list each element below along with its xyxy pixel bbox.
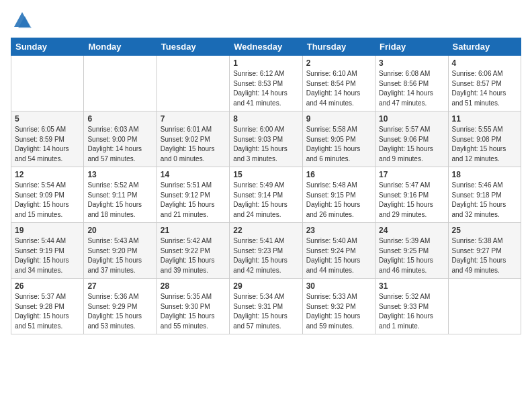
calendar-cell: 30Sunrise: 5:33 AM Sunset: 9:32 PM Dayli… [302, 279, 375, 334]
day-number: 15 [233, 170, 298, 179]
day-number: 25 [452, 226, 517, 235]
calendar-cell: 31Sunrise: 5:32 AM Sunset: 9:33 PM Dayli… [375, 279, 448, 334]
calendar-cell: 28Sunrise: 5:35 AM Sunset: 9:30 PM Dayli… [157, 279, 229, 334]
day-info: Sunrise: 5:57 AM Sunset: 9:06 PM Dayligh… [379, 125, 444, 164]
day-info: Sunrise: 6:00 AM Sunset: 9:03 PM Dayligh… [233, 125, 298, 164]
day-info: Sunrise: 5:42 AM Sunset: 9:22 PM Dayligh… [161, 236, 226, 275]
calendar-cell: 22Sunrise: 5:41 AM Sunset: 9:23 PM Dayli… [230, 223, 302, 279]
day-info: Sunrise: 6:01 AM Sunset: 9:02 PM Dayligh… [161, 125, 226, 164]
day-number: 5 [15, 114, 80, 124]
calendar-cell: 10Sunrise: 5:57 AM Sunset: 9:06 PM Dayli… [375, 111, 448, 167]
day-number: 16 [306, 170, 371, 179]
day-number: 18 [452, 170, 517, 179]
calendar-cell: 7Sunrise: 6:01 AM Sunset: 9:02 PM Daylig… [157, 111, 229, 167]
weekday-header-friday: Friday [375, 38, 448, 56]
calendar-cell: 6Sunrise: 6:03 AM Sunset: 9:00 PM Daylig… [84, 111, 157, 167]
calendar-cell: 5Sunrise: 6:05 AM Sunset: 8:59 PM Daylig… [11, 111, 84, 167]
day-info: Sunrise: 5:47 AM Sunset: 9:16 PM Dayligh… [379, 181, 444, 220]
day-number: 28 [161, 281, 226, 291]
day-info: Sunrise: 6:06 AM Sunset: 8:57 PM Dayligh… [452, 69, 517, 108]
day-number: 10 [379, 114, 444, 124]
day-info: Sunrise: 6:12 AM Sunset: 8:53 PM Dayligh… [233, 69, 298, 108]
day-number: 3 [379, 58, 444, 68]
calendar-cell [448, 279, 521, 334]
day-info: Sunrise: 5:43 AM Sunset: 9:20 PM Dayligh… [87, 236, 152, 275]
calendar-cell: 4Sunrise: 6:06 AM Sunset: 8:57 PM Daylig… [448, 56, 521, 111]
day-info: Sunrise: 5:41 AM Sunset: 9:23 PM Dayligh… [233, 236, 298, 275]
calendar-cell: 2Sunrise: 6:10 AM Sunset: 8:54 PM Daylig… [302, 56, 375, 111]
weekday-header-monday: Monday [84, 38, 157, 56]
day-info: Sunrise: 5:54 AM Sunset: 9:09 PM Dayligh… [15, 181, 80, 220]
day-number: 4 [452, 58, 517, 68]
day-info: Sunrise: 5:35 AM Sunset: 9:30 PM Dayligh… [161, 292, 226, 331]
weekday-header-tuesday: Tuesday [157, 38, 229, 56]
day-info: Sunrise: 5:39 AM Sunset: 9:25 PM Dayligh… [379, 236, 444, 275]
day-number: 27 [87, 281, 152, 291]
calendar-week-row: 26Sunrise: 5:37 AM Sunset: 9:28 PM Dayli… [11, 279, 521, 334]
day-info: Sunrise: 5:46 AM Sunset: 9:18 PM Dayligh… [452, 181, 517, 220]
calendar-week-row: 12Sunrise: 5:54 AM Sunset: 9:09 PM Dayli… [11, 167, 521, 223]
logo [11, 11, 32, 30]
logo-icon [13, 11, 32, 30]
calendar-cell: 20Sunrise: 5:43 AM Sunset: 9:20 PM Dayli… [84, 223, 157, 279]
day-info: Sunrise: 5:33 AM Sunset: 9:32 PM Dayligh… [306, 292, 371, 331]
day-number: 26 [15, 281, 80, 291]
calendar-cell: 12Sunrise: 5:54 AM Sunset: 9:09 PM Dayli… [11, 167, 84, 223]
day-number: 29 [233, 281, 298, 291]
calendar-cell: 14Sunrise: 5:51 AM Sunset: 9:12 PM Dayli… [157, 167, 229, 223]
calendar-cell: 15Sunrise: 5:49 AM Sunset: 9:14 PM Dayli… [230, 167, 302, 223]
day-info: Sunrise: 5:36 AM Sunset: 9:29 PM Dayligh… [87, 292, 152, 331]
calendar-cell: 13Sunrise: 5:52 AM Sunset: 9:11 PM Dayli… [84, 167, 157, 223]
day-number: 20 [87, 226, 152, 235]
page-header [11, 11, 521, 30]
calendar-week-row: 19Sunrise: 5:44 AM Sunset: 9:19 PM Dayli… [11, 223, 521, 279]
day-info: Sunrise: 5:49 AM Sunset: 9:14 PM Dayligh… [233, 181, 298, 220]
day-info: Sunrise: 5:34 AM Sunset: 9:31 PM Dayligh… [233, 292, 298, 331]
calendar-cell: 26Sunrise: 5:37 AM Sunset: 9:28 PM Dayli… [11, 279, 84, 334]
calendar-cell: 23Sunrise: 5:40 AM Sunset: 9:24 PM Dayli… [302, 223, 375, 279]
weekday-header-sunday: Sunday [11, 38, 84, 56]
day-info: Sunrise: 5:48 AM Sunset: 9:15 PM Dayligh… [306, 181, 371, 220]
day-info: Sunrise: 5:32 AM Sunset: 9:33 PM Dayligh… [379, 292, 444, 331]
day-info: Sunrise: 6:03 AM Sunset: 9:00 PM Dayligh… [87, 125, 152, 164]
day-number: 30 [306, 281, 371, 291]
calendar-cell: 21Sunrise: 5:42 AM Sunset: 9:22 PM Dayli… [157, 223, 229, 279]
calendar-cell: 18Sunrise: 5:46 AM Sunset: 9:18 PM Dayli… [448, 167, 521, 223]
day-info: Sunrise: 5:55 AM Sunset: 9:08 PM Dayligh… [452, 125, 517, 164]
day-number: 13 [87, 170, 152, 179]
day-number: 7 [161, 114, 226, 124]
day-info: Sunrise: 6:10 AM Sunset: 8:54 PM Dayligh… [306, 69, 371, 108]
calendar-cell: 1Sunrise: 6:12 AM Sunset: 8:53 PM Daylig… [230, 56, 302, 111]
weekday-header-row: SundayMondayTuesdayWednesdayThursdayFrid… [11, 38, 521, 56]
weekday-header-saturday: Saturday [448, 38, 521, 56]
day-number: 1 [233, 58, 298, 68]
calendar-cell: 27Sunrise: 5:36 AM Sunset: 9:29 PM Dayli… [84, 279, 157, 334]
day-number: 6 [87, 114, 152, 124]
weekday-header-thursday: Thursday [302, 38, 375, 56]
day-info: Sunrise: 5:40 AM Sunset: 9:24 PM Dayligh… [306, 236, 371, 275]
calendar-cell: 16Sunrise: 5:48 AM Sunset: 9:15 PM Dayli… [302, 167, 375, 223]
day-info: Sunrise: 6:08 AM Sunset: 8:56 PM Dayligh… [379, 69, 444, 108]
day-number: 8 [233, 114, 298, 124]
calendar-cell: 3Sunrise: 6:08 AM Sunset: 8:56 PM Daylig… [375, 56, 448, 111]
day-number: 24 [379, 226, 444, 235]
day-number: 23 [306, 226, 371, 235]
day-number: 21 [161, 226, 226, 235]
day-info: Sunrise: 5:44 AM Sunset: 9:19 PM Dayligh… [15, 236, 80, 275]
weekday-header-wednesday: Wednesday [230, 38, 302, 56]
calendar-cell: 8Sunrise: 6:00 AM Sunset: 9:03 PM Daylig… [230, 111, 302, 167]
calendar-cell: 11Sunrise: 5:55 AM Sunset: 9:08 PM Dayli… [448, 111, 521, 167]
day-number: 19 [15, 226, 80, 235]
day-info: Sunrise: 6:05 AM Sunset: 8:59 PM Dayligh… [15, 125, 80, 164]
day-info: Sunrise: 5:37 AM Sunset: 9:28 PM Dayligh… [15, 292, 80, 331]
calendar-week-row: 5Sunrise: 6:05 AM Sunset: 8:59 PM Daylig… [11, 111, 521, 167]
calendar-cell [157, 56, 229, 111]
calendar-cell [11, 56, 84, 111]
day-number: 12 [15, 170, 80, 179]
calendar-table: SundayMondayTuesdayWednesdayThursdayFrid… [11, 38, 521, 334]
day-number: 31 [379, 281, 444, 291]
calendar-cell: 9Sunrise: 5:58 AM Sunset: 9:05 PM Daylig… [302, 111, 375, 167]
day-number: 11 [452, 114, 517, 124]
calendar-cell: 25Sunrise: 5:38 AM Sunset: 9:27 PM Dayli… [448, 223, 521, 279]
day-info: Sunrise: 5:38 AM Sunset: 9:27 PM Dayligh… [452, 236, 517, 275]
